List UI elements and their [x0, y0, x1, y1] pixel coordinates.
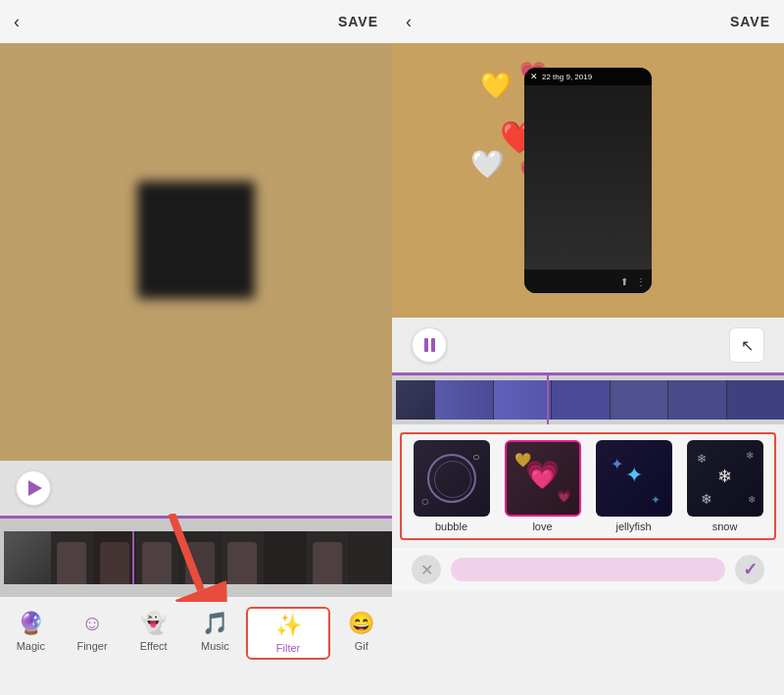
tool-effect[interactable]: 👻 Effect	[122, 607, 184, 652]
right-timeline-thumbnail	[396, 380, 435, 420]
effect-jellyfish-label: jellyfish	[615, 521, 651, 532]
effect-love[interactable]: 💗 💛 💗 love	[499, 440, 586, 532]
film-frame	[265, 531, 308, 584]
left-header: ‹ SAVE	[0, 0, 392, 43]
left-video-area	[0, 43, 392, 461]
effect-snow-thumb: ❄ ❄ ❄ ❄ ❄	[687, 440, 763, 517]
filter-icon: ✨	[275, 613, 302, 638]
effect-snow-label: snow	[712, 521, 738, 532]
effect-bubble-label: bubble	[435, 521, 467, 532]
play-icon	[28, 480, 42, 496]
right-controls: ↖	[392, 318, 784, 372]
left-controls	[0, 461, 392, 516]
effect-label: Effect	[140, 640, 168, 652]
cursor-icon: ↖	[741, 336, 754, 355]
cancel-button[interactable]: ✕	[412, 555, 441, 584]
progress-bar	[451, 558, 725, 581]
right-timeline[interactable]	[392, 375, 784, 424]
filter-label: Filter	[276, 642, 300, 654]
cancel-icon: ✕	[420, 561, 433, 579]
gif-label: Gif	[355, 640, 368, 652]
effect-jellyfish-thumb: ✦ ✦ ✦	[596, 440, 672, 517]
timeline-thumbnail	[4, 531, 51, 584]
left-back-button[interactable]: ‹	[14, 12, 20, 32]
phone-close: ✕	[530, 72, 538, 81]
left-save-button[interactable]: SAVE	[338, 14, 378, 29]
svg-line-1	[172, 514, 201, 590]
effect-bubble[interactable]: ○ ○ bubble	[408, 440, 495, 532]
effect-love-label: love	[532, 521, 552, 532]
left-toolbar: 🔮 Magic ☺ Finger 👻 Effect 🎵 Music ✨ Filt…	[0, 597, 392, 695]
right-video-area: 💛 💗 💙 ❤️ 💛 💙 🤍 💗 ❤️ 💛 ✕ 22 thg 9, 2019 ⬆	[392, 43, 784, 318]
phone-mockup: ✕ 22 thg 9, 2019 ⬆ ⋮	[524, 68, 652, 293]
bottom-actions: ✕ ✓	[392, 548, 784, 591]
gif-icon: 😄	[348, 611, 374, 636]
tool-filter[interactable]: ✨ Filter	[246, 607, 331, 660]
left-panel: ‹ SAVE	[0, 0, 392, 695]
confirm-icon: ✓	[743, 559, 758, 580]
effects-container: ○ ○ bubble 💗 💛 💗 love ✦ ✦ ✦	[400, 432, 776, 540]
effect-jellyfish[interactable]: ✦ ✦ ✦ jellyfish	[590, 440, 677, 532]
timeline-marker	[132, 531, 134, 584]
phone-date: 22 thg 9, 2019	[542, 73, 592, 81]
video-dark-overlay	[137, 181, 255, 299]
finger-label: Finger	[76, 640, 107, 652]
play-button[interactable]	[16, 471, 51, 506]
film-frame	[350, 531, 393, 584]
effect-snow[interactable]: ❄ ❄ ❄ ❄ ❄ snow	[681, 440, 768, 532]
cursor-button[interactable]: ↖	[729, 327, 764, 363]
music-label: Music	[201, 640, 229, 652]
film-frame	[94, 531, 137, 584]
effect-bubble-thumb: ○ ○	[414, 440, 490, 517]
finger-icon: ☺	[81, 611, 103, 636]
phone-action-bar: ⬆ ⋮	[524, 270, 652, 293]
phone-status-bar: ✕ 22 thg 9, 2019	[524, 68, 652, 85]
effect-love-thumb: 💗 💛 💗	[505, 440, 581, 517]
tool-finger[interactable]: ☺ Finger	[62, 607, 123, 652]
film-frame	[307, 531, 350, 584]
film-frame	[51, 531, 94, 584]
tool-gif[interactable]: 😄 Gif	[330, 607, 392, 652]
magic-icon: 🔮	[18, 611, 44, 636]
right-timeline-marker	[547, 375, 549, 424]
music-icon: 🎵	[202, 611, 228, 636]
right-save-button[interactable]: SAVE	[730, 14, 770, 29]
pause-icon	[424, 338, 435, 352]
right-header: ‹ SAVE	[392, 0, 784, 43]
tool-music[interactable]: 🎵 Music	[184, 607, 246, 652]
right-film-strip	[435, 380, 784, 420]
right-back-button[interactable]: ‹	[406, 12, 412, 32]
tool-magic[interactable]: 🔮 Magic	[0, 607, 62, 652]
magic-label: Magic	[17, 640, 45, 652]
phone-content	[524, 85, 652, 270]
confirm-button[interactable]: ✓	[735, 555, 764, 584]
pause-button[interactable]	[412, 327, 447, 363]
right-panel: ‹ SAVE 💛 💗 💙 ❤️ 💛 💙 🤍 💗 ❤️ 💛 ✕ 22 thg 9,…	[392, 0, 784, 695]
effects-row: ○ ○ bubble 💗 💛 💗 love ✦ ✦ ✦	[408, 440, 768, 532]
effect-icon: 👻	[140, 611, 167, 636]
red-arrow	[157, 514, 235, 602]
